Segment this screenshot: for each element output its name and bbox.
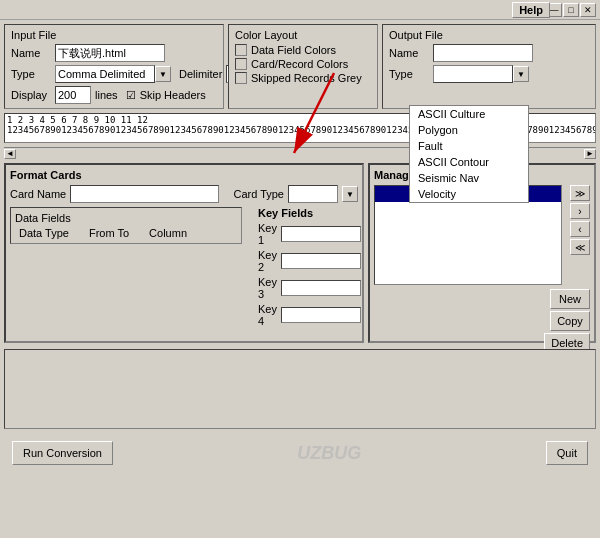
output-type-value bbox=[433, 65, 513, 83]
help-button[interactable]: Help bbox=[512, 2, 550, 18]
col-column: Column bbox=[149, 227, 187, 239]
data-fields-title: Data Fields bbox=[15, 212, 237, 224]
color-layout-panel: Color Layout Data Field Colors Card/Reco… bbox=[228, 24, 378, 109]
card-record-colors-checkbox[interactable] bbox=[235, 58, 247, 70]
checkbox-skip-icon: ☑ bbox=[126, 89, 136, 102]
key4-input[interactable] bbox=[281, 307, 361, 323]
output-file-label: Output File bbox=[389, 29, 589, 41]
display-label: Display bbox=[11, 89, 51, 101]
footer-bar: Run Conversion UZBUG Quit bbox=[4, 437, 596, 469]
scroll-top-button[interactable]: ≫ bbox=[570, 185, 590, 201]
run-conversion-button[interactable]: Run Conversion bbox=[12, 441, 113, 465]
card-type-dropdown-button[interactable]: ▼ bbox=[342, 186, 358, 202]
input-file-label: Input File bbox=[11, 29, 217, 41]
card-record-colors-label: Card/Record Colors bbox=[251, 58, 348, 70]
display-input[interactable] bbox=[55, 86, 91, 104]
key4-label: Key 4 bbox=[258, 303, 277, 327]
type-label: Type bbox=[11, 68, 51, 80]
watermark: UZBUG bbox=[297, 443, 361, 464]
key1-label: Key 1 bbox=[258, 222, 277, 246]
key3-label: Key 3 bbox=[258, 276, 277, 300]
scroll-bottom-button[interactable]: ≪ bbox=[570, 239, 590, 255]
output-name-label: Name bbox=[389, 47, 429, 59]
card-name-input[interactable] bbox=[70, 185, 219, 203]
dropdown-option-fault[interactable]: Fault bbox=[410, 138, 528, 154]
format-cards-panel: Format Cards Card Name Card Type ▼ Data … bbox=[4, 163, 364, 343]
output-type-label: Type bbox=[389, 68, 429, 80]
card-type-input[interactable] bbox=[288, 185, 338, 203]
scroll-up-button[interactable]: › bbox=[570, 203, 590, 219]
scroll-right-button[interactable]: ► bbox=[584, 149, 596, 159]
type-value: Comma Delimited bbox=[55, 65, 155, 83]
name-input[interactable] bbox=[55, 44, 165, 62]
skipped-records-grey-label: Skipped Records Grey bbox=[251, 72, 362, 84]
scroll-down-button[interactable]: ‹ bbox=[570, 221, 590, 237]
new-button[interactable]: New bbox=[550, 289, 590, 309]
output-file-panel: Output File Name Type ▼ ASCII Culture Po… bbox=[382, 24, 596, 109]
key-fields-section: Key Fields Key 1 Key 2 Key 3 bbox=[258, 207, 358, 327]
delimiter-label: Delimiter bbox=[179, 68, 222, 80]
format-cards-title: Format Cards bbox=[10, 169, 358, 181]
col-data-type: Data Type bbox=[19, 227, 69, 239]
key2-input[interactable] bbox=[281, 253, 361, 269]
input-file-panel: Input File Name Type Comma Delimited ▼ D… bbox=[4, 24, 224, 109]
dropdown-option-seismic-nav[interactable]: Seismic Nav bbox=[410, 170, 528, 186]
output-type-dropdown-button[interactable]: ▼ bbox=[513, 66, 529, 82]
color-layout-label: Color Layout bbox=[235, 29, 371, 41]
scroll-left-button[interactable]: ◄ bbox=[4, 149, 16, 159]
dropdown-option-velocity[interactable]: Velocity bbox=[410, 186, 528, 202]
type-dropdown-button[interactable]: ▼ bbox=[155, 66, 171, 82]
bottom-section bbox=[4, 349, 596, 429]
card-type-label: Card Type bbox=[233, 188, 284, 200]
skipped-records-grey-checkbox[interactable] bbox=[235, 72, 247, 84]
dropdown-option-polygon[interactable]: Polygon bbox=[410, 122, 528, 138]
maximize-button[interactable]: □ bbox=[563, 3, 579, 17]
close-button[interactable]: ✕ bbox=[580, 3, 596, 17]
quit-button[interactable]: Quit bbox=[546, 441, 588, 465]
dropdown-option-ascii-contour[interactable]: ASCII Contour bbox=[410, 154, 528, 170]
key-fields-title: Key Fields bbox=[258, 207, 358, 219]
name-label: Name bbox=[11, 47, 51, 59]
dropdown-option-ascii-culture[interactable]: ASCII Culture bbox=[410, 106, 528, 122]
manage-scroll-buttons: ≫ › ‹ ≪ bbox=[570, 185, 590, 285]
key3-input[interactable] bbox=[281, 280, 361, 296]
key2-label: Key 2 bbox=[258, 249, 277, 273]
copy-button[interactable]: Copy bbox=[550, 311, 590, 331]
output-name-input[interactable] bbox=[433, 44, 533, 62]
col-from-to: From To bbox=[89, 227, 129, 239]
key1-input[interactable] bbox=[281, 226, 361, 242]
data-fields-section: Data Fields Data Type From To Column bbox=[10, 207, 242, 244]
data-field-colors-label: Data Field Colors bbox=[251, 44, 336, 56]
lines-label: lines bbox=[95, 89, 118, 101]
skip-headers-label: Skip Headers bbox=[140, 89, 206, 101]
card-name-label: Card Name bbox=[10, 188, 66, 200]
output-type-dropdown-popup: ASCII Culture Polygon Fault ASCII Contou… bbox=[409, 105, 529, 203]
data-field-colors-checkbox[interactable] bbox=[235, 44, 247, 56]
